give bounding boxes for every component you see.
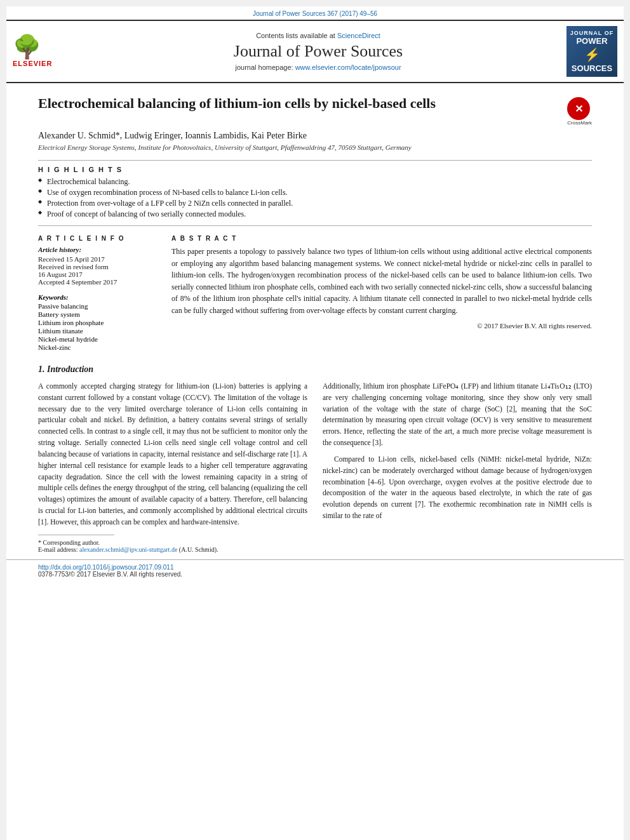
- doi-link[interactable]: http://dx.doi.org/10.1016/j.jpowsour.201…: [38, 564, 592, 571]
- elsevier-tree-icon: 🌳: [13, 36, 41, 58]
- logo-sources-line2: SOURCES: [572, 63, 612, 73]
- title-row: Electrochemical balancing of lithium-ion…: [38, 95, 592, 126]
- sciencedirect-link[interactable]: ScienceDirect: [337, 32, 380, 39]
- logo-power-label: JOURNAL OF: [570, 30, 613, 36]
- abstract-heading: A B S T R A C T: [171, 235, 592, 242]
- crossmark-label: CrossMark: [567, 120, 592, 126]
- intro-right-p1: Additionally, lithium iron phosphate LiF…: [323, 381, 592, 449]
- received-date: Received 15 April 2017: [38, 255, 105, 263]
- journal-homepage: journal homepage: www.elsevier.com/locat…: [76, 63, 560, 71]
- lightning-icon: ⚡: [584, 47, 600, 62]
- history-label: Article history:: [38, 246, 159, 253]
- article-info-col: A R T I C L E I N F O Article history: R…: [38, 235, 159, 352]
- intro-right-text: Additionally, lithium iron phosphate LiF…: [323, 381, 592, 522]
- intro-heading: 1. Introduction: [38, 364, 592, 375]
- journal-header: 🌳 ELSEVIER Contents lists available at S…: [6, 20, 624, 83]
- journal-reference: Journal of Power Sources 367 (2017) 49–5…: [6, 6, 624, 20]
- sciencedirect-line: Contents lists available at ScienceDirec…: [76, 32, 560, 39]
- keywords-section: Keywords: Passive balancing Battery syst…: [38, 293, 159, 351]
- intro-left-col: A commonly accepted charging strategy fo…: [38, 381, 307, 553]
- page: Journal of Power Sources 367 (2017) 49–5…: [6, 6, 624, 840]
- highlight-item-2: Use of oxygen recombination process of N…: [38, 188, 592, 197]
- intro-left-text: A commonly accepted charging strategy fo…: [38, 381, 307, 528]
- received-revised-date: 16 August 2017: [38, 270, 83, 278]
- crossmark-icon: ✕: [567, 97, 590, 120]
- authors: Alexander U. Schmid*, Ludwig Eringer, Io…: [38, 131, 592, 141]
- introduction-section: 1. Introduction A commonly accepted char…: [6, 358, 624, 559]
- homepage-prefix: journal homepage:: [235, 63, 293, 71]
- journal-title: Journal of Power Sources: [76, 42, 560, 61]
- abstract-text: This paper presents a topology to passiv…: [171, 246, 592, 317]
- keywords-label: Keywords:: [38, 293, 159, 301]
- highlights-heading: H I G H L I G H T S: [38, 166, 592, 173]
- keyword-3: Lithium iron phosphate: [38, 319, 159, 326]
- highlights-list: Electrochemical balancing. Use of oxygen…: [38, 177, 592, 219]
- journal-header-middle: Contents lists available at ScienceDirec…: [76, 32, 560, 71]
- keyword-5: Nickel-metal hydride: [38, 335, 159, 343]
- footnote-email-suffix: (A.U. Schmid).: [179, 546, 218, 553]
- keyword-6: Nickel-zinc: [38, 343, 159, 351]
- affiliation: Electrical Energy Storage Systems, Insti…: [38, 143, 592, 151]
- footnote-email[interactable]: alexander.schmid@ipv.uni-stuttgart.de: [79, 546, 177, 553]
- intro-left-paragraph: A commonly accepted charging strategy fo…: [38, 381, 307, 528]
- abstract-col: A B S T R A C T This paper presents a to…: [171, 235, 592, 352]
- highlight-item-3: Protection from over-voltage of a LFP ce…: [38, 199, 592, 208]
- sciencedirect-prefix: Contents lists available at: [256, 32, 335, 39]
- homepage-link[interactable]: www.elsevier.com/locate/jpowsour: [295, 63, 401, 71]
- footer-bar: http://dx.doi.org/10.1016/j.jpowsour.201…: [6, 559, 624, 582]
- divider-highlights-bottom: [38, 225, 592, 226]
- elsevier-logo: 🌳 ELSEVIER: [13, 36, 70, 67]
- info-abstract-row: A R T I C L E I N F O Article history: R…: [38, 235, 592, 352]
- abstract-copyright: © 2017 Elsevier B.V. All rights reserved…: [171, 322, 592, 330]
- keyword-2: Battery system: [38, 310, 159, 318]
- highlight-item-1: Electrochemical balancing.: [38, 177, 592, 187]
- intro-right-p2: Compared to Li-ion cells, nickel-based c…: [323, 454, 592, 522]
- article-info-heading: A R T I C L E I N F O: [38, 235, 159, 242]
- received-revised-label: Received in revised form: [38, 263, 109, 270]
- intro-body-cols: A commonly accepted charging strategy fo…: [38, 381, 592, 553]
- keywords-list: Passive balancing Battery system Lithium…: [38, 302, 159, 351]
- journal-logo-box: JOURNAL OF POWER ⚡ SOURCES: [566, 26, 617, 77]
- keyword-4: Lithium titanate: [38, 327, 159, 335]
- elsevier-wordmark: ELSEVIER: [13, 60, 52, 67]
- keyword-1: Passive balancing: [38, 302, 159, 310]
- article-content: Electrochemical balancing of lithium-ion…: [6, 83, 624, 358]
- footer-copyright: 0378-7753/© 2017 Elsevier B.V. All right…: [38, 571, 182, 578]
- footnote-email-label: E-mail address:: [38, 546, 77, 553]
- divider-highlights-top: [38, 160, 592, 161]
- footnote-divider: [38, 535, 114, 535]
- intro-right-col: Additionally, lithium iron phosphate LiF…: [323, 381, 592, 553]
- article-title: Electrochemical balancing of lithium-ion…: [38, 95, 561, 113]
- accepted-date: Accepted 4 September 2017: [38, 278, 117, 286]
- footnote-star: * Corresponding author.: [38, 539, 100, 546]
- footnote: * Corresponding author. E-mail address: …: [38, 539, 307, 553]
- article-info-section: Article history: Received 15 April 2017 …: [38, 246, 159, 286]
- crossmark-badge: ✕ CrossMark: [567, 97, 592, 126]
- logo-sources-line1: POWER: [576, 36, 607, 46]
- highlight-item-4: Proof of concept of balancing of two ser…: [38, 210, 592, 219]
